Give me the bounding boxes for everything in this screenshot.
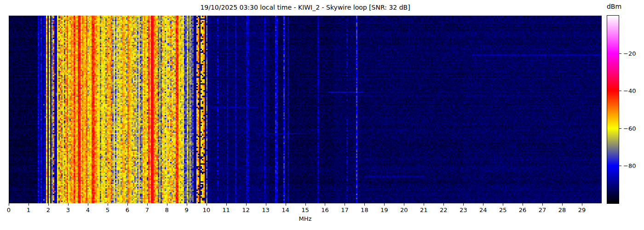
x-axis-tick-mark (523, 203, 523, 206)
x-axis-tick-mark (167, 203, 167, 206)
x-axis-tick-label: 4 (86, 207, 90, 213)
x-axis-tick-label: 10 (202, 207, 210, 213)
x-axis-tick-mark (364, 203, 365, 206)
x-axis-tick-label: 29 (578, 207, 586, 213)
colorbar-tick-mark (619, 53, 621, 54)
x-axis-tick-label: 3 (66, 207, 70, 213)
x-axis-tick-mark (48, 203, 49, 206)
x-axis-tick-mark (207, 203, 207, 206)
colorbar-label: dBm (598, 3, 630, 10)
x-axis-tick-label: 19 (380, 207, 388, 213)
x-axis-tick-label: 20 (400, 207, 408, 213)
x-axis-tick-mark (463, 203, 464, 206)
x-axis-tick-label: 25 (499, 207, 507, 213)
x-axis-tick-mark (582, 203, 582, 206)
x-axis-tick-label: 7 (145, 207, 149, 213)
x-axis-tick-label: 9 (185, 207, 189, 213)
x-axis-tick-mark (325, 203, 325, 206)
x-axis-tick-label: 24 (479, 207, 487, 213)
x-axis-tick-label: 8 (165, 207, 169, 213)
x-axis-tick-mark (384, 203, 385, 206)
colorbar-tick-mark (619, 166, 621, 166)
x-axis-tick-mark (68, 203, 69, 206)
x-axis-tick-label: 1 (27, 207, 30, 213)
x-axis-tick-mark (404, 203, 404, 206)
colorbar-tick-label: −80 (623, 162, 636, 169)
x-axis-tick-mark (443, 203, 444, 206)
x-axis-tick-mark (108, 203, 108, 206)
x-axis-tick-label: 23 (460, 207, 467, 213)
x-axis-tick-mark (424, 203, 424, 206)
chart-title: 19/10/2025 03:30 local time - KIWI_2 - S… (9, 4, 602, 11)
x-axis-label: MHz (9, 215, 602, 222)
x-axis-tick-mark (226, 203, 227, 206)
x-axis-tick-label: 18 (361, 207, 368, 213)
colorbar-tick-label: −20 (623, 50, 636, 57)
spectrogram-figure: 19/10/2025 03:30 local time - KIWI_2 - S… (0, 0, 644, 230)
x-axis-tick-label: 15 (301, 207, 309, 213)
x-axis-tick-label: 14 (282, 207, 289, 213)
colorbar (607, 15, 619, 204)
colorbar-tick-mark (619, 128, 621, 129)
x-axis-tick-label: 5 (106, 207, 109, 213)
x-axis-tick-mark (187, 203, 187, 206)
x-axis-tick-label: 11 (222, 207, 230, 213)
x-axis-tick-mark (147, 203, 148, 206)
x-axis-tick-mark (266, 203, 266, 206)
x-axis-tick-mark (88, 203, 88, 206)
x-axis-tick-label: 0 (7, 207, 11, 213)
x-axis-tick-mark (29, 203, 29, 206)
x-axis-tick-mark (562, 203, 563, 206)
x-axis-tick-mark (305, 203, 306, 206)
x-axis-tick-label: 28 (558, 207, 566, 213)
x-axis-tick-mark (286, 203, 286, 206)
x-axis-tick-mark (542, 203, 543, 206)
x-axis-tick-label: 16 (321, 207, 329, 213)
x-axis-tick-mark (9, 203, 9, 206)
x-axis-tick-mark (483, 203, 483, 206)
x-axis-tick-label: 6 (126, 207, 129, 213)
x-axis-tick-mark (246, 203, 247, 206)
colorbar-tick-label: −60 (623, 125, 636, 132)
x-axis-tick-label: 22 (440, 207, 448, 213)
x-axis-tick-label: 27 (539, 207, 546, 213)
x-axis-tick-label: 2 (46, 207, 50, 213)
colorbar-tick-mark (619, 91, 621, 91)
x-axis-tick-mark (127, 203, 128, 206)
x-axis-tick-label: 21 (420, 207, 428, 213)
colorbar-tick-label: −40 (623, 87, 636, 94)
waterfall-heatmap (9, 16, 602, 203)
x-axis-tick-label: 26 (519, 207, 527, 213)
x-axis-tick-label: 17 (341, 207, 349, 213)
x-axis-tick-mark (503, 203, 503, 206)
x-axis-tick-label: 12 (242, 207, 250, 213)
x-axis-tick-mark (345, 203, 345, 206)
x-axis-tick-label: 13 (262, 207, 270, 213)
